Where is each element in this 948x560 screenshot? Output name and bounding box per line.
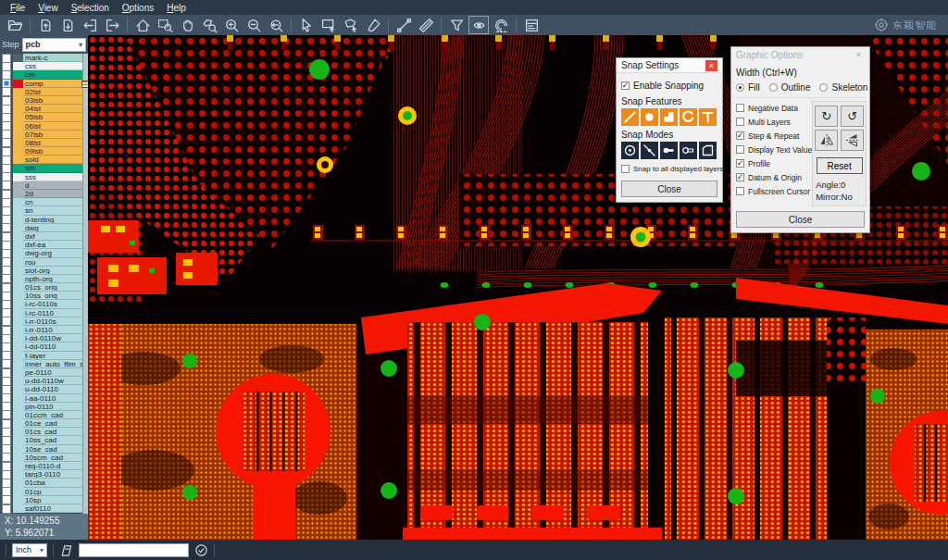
- zoom-out-icon[interactable]: [243, 16, 264, 34]
- menu-options[interactable]: Options: [116, 2, 160, 14]
- layer-row-npth-org[interactable]: npth-org: [0, 275, 88, 283]
- zoom-polygon-icon[interactable]: [199, 16, 219, 34]
- checkbox-icon[interactable]: [736, 145, 744, 154]
- layer-row-rou[interactable]: rou: [0, 258, 88, 267]
- layer-row-sm[interactable]: sm: [0, 164, 88, 172]
- command-input[interactable]: [79, 543, 189, 557]
- layer-row-02lst[interactable]: 02lst: [0, 88, 88, 96]
- graphic-option-step-repeat[interactable]: ✓Step & Repeat: [736, 129, 812, 143]
- graphic-close-button[interactable]: Close: [736, 211, 865, 228]
- enable-snapping-checkbox[interactable]: ✓: [621, 81, 630, 90]
- save-file-icon[interactable]: [35, 16, 56, 34]
- layer-row-comp[interactable]: comp: [0, 80, 88, 88]
- snap-settings-title-bar[interactable]: Snap Settings ×: [617, 58, 722, 73]
- menu-selection[interactable]: Selection: [65, 2, 116, 14]
- layer-row-01cs-orig[interactable]: 01cs_orig: [0, 283, 88, 292]
- menu-help[interactable]: Help: [160, 2, 193, 14]
- close-icon[interactable]: ×: [705, 60, 717, 71]
- pan-hand-icon[interactable]: [177, 16, 197, 34]
- menu-file[interactable]: File: [4, 2, 31, 14]
- layer-row-d[interactable]: d: [0, 181, 88, 190]
- layer-row-f-layer[interactable]: f-layer: [0, 352, 88, 360]
- checkbox-icon[interactable]: [736, 118, 744, 126]
- layer-row-u-dd-0110w[interactable]: u-dd-0110w: [0, 377, 88, 385]
- open-folder-icon[interactable]: [5, 16, 25, 34]
- layer-row-cm[interactable]: cm: [0, 70, 88, 79]
- graphic-options-title-bar[interactable]: Graphic Options ×: [731, 47, 869, 62]
- zoom-previous-icon[interactable]: [266, 16, 286, 34]
- layer-row-slot-org[interactable]: slot-org: [0, 267, 88, 275]
- draw-line-icon[interactable]: [393, 16, 414, 34]
- layer-row-d-tenting[interactable]: d-tenting: [0, 216, 88, 224]
- brush-icon[interactable]: [363, 16, 383, 34]
- layer-visibility-checkbox[interactable]: [0, 504, 13, 513]
- layer-row-css[interactable]: css: [0, 62, 88, 70]
- layer-row-dxf[interactable]: dxf: [0, 232, 88, 241]
- select-cursor-icon[interactable]: [296, 16, 317, 34]
- layer-row-01cs-cad[interactable]: 01cs_cad: [0, 428, 88, 436]
- properties-panel-icon[interactable]: [521, 16, 542, 34]
- measure-ruler-icon[interactable]: [416, 16, 436, 34]
- layer-row-sss[interactable]: sss: [0, 173, 88, 181]
- rotate-cw-button[interactable]: ↻: [815, 106, 838, 127]
- layer-row-i-rc-0110[interactable]: i-rc-0110: [0, 309, 88, 317]
- enable-snapping-option[interactable]: ✓ Enable Snapping: [621, 79, 717, 93]
- layer-row-dxf-ea[interactable]: dxf-ea: [0, 241, 88, 249]
- select-rectangle-icon[interactable]: [318, 16, 339, 34]
- export-left-icon[interactable]: [80, 16, 100, 34]
- graphic-option-negative-data[interactable]: Negative Data: [736, 101, 812, 115]
- snap-feature-pad-icon[interactable]: [641, 108, 658, 126]
- layer-row-05lsb[interactable]: 05lsb: [0, 113, 88, 121]
- snap-close-button[interactable]: Close: [621, 180, 717, 197]
- snap-feature-arc-icon[interactable]: [680, 108, 697, 126]
- checkbox-icon[interactable]: [736, 104, 744, 112]
- layer-row-i-aa-0110[interactable]: i-aa-0110: [0, 394, 88, 403]
- layer-row-01ce-cad[interactable]: 01ce_cad: [0, 419, 88, 428]
- layer-row-01cp[interactable]: 01cp: [0, 488, 88, 496]
- layer-row-u-dd-0110[interactable]: u-dd-0110: [0, 385, 88, 393]
- layer-row-i-rc-0110s[interactable]: i-rc-0110s: [0, 300, 88, 308]
- snap-magnet-icon[interactable]: [491, 16, 511, 34]
- radio-icon[interactable]: [736, 83, 744, 92]
- menu-view[interactable]: View: [31, 2, 65, 14]
- layer-row-dwg-org[interactable]: dwg-org: [0, 249, 88, 257]
- checkbox-icon[interactable]: [736, 187, 744, 195]
- layer-row-10ss-cad[interactable]: 10ss_cad: [0, 436, 88, 444]
- layer-row-mark-c[interactable]: mark-c: [0, 54, 88, 62]
- unit-select[interactable]: Inch ▾: [12, 543, 47, 557]
- layer-row-09lsb[interactable]: 09lsb: [0, 147, 88, 156]
- graphic-option-multi-layers[interactable]: Multi Layers: [736, 115, 812, 129]
- snap-feature-surface-corner-icon[interactable]: [660, 108, 678, 126]
- layer-row-targ3-0110[interactable]: targ3-0110: [0, 470, 88, 479]
- layer-row-i-rr-0110[interactable]: i-rr-0110: [0, 326, 88, 334]
- layer-row-i-dd-0110[interactable]: i-dd-0110: [0, 342, 88, 351]
- checkbox-icon[interactable]: ✓: [736, 131, 744, 140]
- layer-row-03lsb[interactable]: 03lsb: [0, 96, 88, 105]
- layer-row-pin-0110[interactable]: pin-0110: [0, 403, 88, 411]
- zoom-in-icon[interactable]: [221, 16, 242, 34]
- graphic-option-datum-origin[interactable]: ✓Datum & Origin: [736, 170, 812, 184]
- layer-row-10sp[interactable]: 10sp: [0, 496, 88, 504]
- width-radio-skeleton[interactable]: Skeleton: [819, 81, 867, 94]
- close-icon[interactable]: ×: [853, 49, 865, 60]
- filter-funnel-icon[interactable]: [446, 16, 467, 34]
- checkbox-icon[interactable]: ✓: [736, 173, 744, 181]
- rotate-ccw-button[interactable]: ↺: [841, 106, 864, 127]
- layer-row-inner-auto-film-symb[interactable]: inner_auto_film_symb: [0, 360, 88, 368]
- layer-row-10se-cad[interactable]: 10se_cad: [0, 445, 88, 454]
- layer-row-06lst[interactable]: 06lst: [0, 122, 88, 131]
- reset-button[interactable]: Reset: [817, 157, 863, 174]
- graphic-option-display-text-value[interactable]: Display Text Value: [736, 143, 812, 156]
- layer-row-pe-0110[interactable]: pe-0110: [0, 368, 88, 377]
- snap-mode-slot-outline-icon[interactable]: [680, 142, 697, 159]
- layer-marker-icon[interactable]: [81, 81, 88, 88]
- execute-icon[interactable]: [194, 543, 208, 557]
- layer-row-10scm-cad[interactable]: 10scm_cad: [0, 454, 88, 462]
- snap-mode-center-icon[interactable]: [621, 142, 639, 159]
- layer-row-08lst[interactable]: 08lst: [0, 139, 88, 147]
- layer-row-04lst[interactable]: 04lst: [0, 105, 88, 113]
- mirror-horizontal-button[interactable]: [815, 130, 838, 151]
- snap-mode-line-point-icon[interactable]: [641, 142, 658, 159]
- layer-row-10ss-orig[interactable]: 10ss_orig: [0, 292, 88, 300]
- graphic-option-profile[interactable]: ✓Profile: [736, 156, 812, 170]
